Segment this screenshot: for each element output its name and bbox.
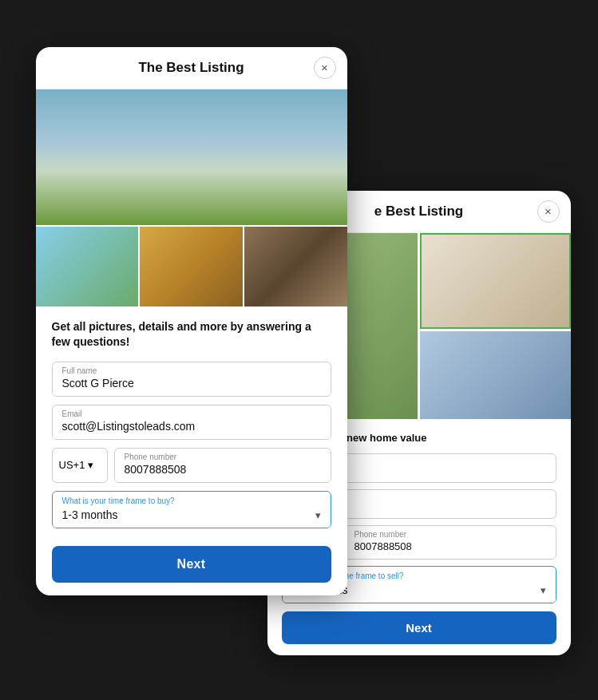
sky-bg <box>36 89 347 225</box>
full-name-field: Full name <box>52 362 331 397</box>
email-group: Email <box>52 405 331 440</box>
timeframe-group: What is your time frame to buy? 1-3 mont… <box>52 491 331 528</box>
next-button[interactable]: Next <box>52 546 331 583</box>
front-card-header: The Best Listing × <box>36 47 347 89</box>
phone-label: Phone number <box>115 449 331 461</box>
email-input[interactable] <box>53 418 331 439</box>
back-image-2 <box>420 233 571 329</box>
main-house-image <box>36 89 347 225</box>
email-field: Email <box>52 405 331 440</box>
country-chevron-icon: ▾ <box>88 459 93 471</box>
front-close-button[interactable]: × <box>314 57 336 79</box>
front-card: The Best Listing × Get all pictures, det… <box>36 47 347 595</box>
timeframe-select[interactable]: 1-3 months 3-6 months 6-12 months 12+ mo… <box>53 507 331 528</box>
full-name-label: Full name <box>53 362 331 375</box>
promo-text: Get all pictures, details and more by an… <box>52 319 331 350</box>
back-phone-input[interactable] <box>345 539 556 559</box>
country-select[interactable]: US+1 ▾ <box>52 448 108 483</box>
back-close-button[interactable]: × <box>537 200 560 223</box>
scene: e Best Listing × llow for your new home … <box>20 23 579 678</box>
sub-image-2 <box>140 227 243 306</box>
front-card-body: Get all pictures, details and more by an… <box>36 306 347 595</box>
email-label: Email <box>53 405 331 418</box>
sub-image-1 <box>36 227 139 306</box>
phone-row: US+1 ▾ Phone number <box>52 448 331 483</box>
phone-field: Phone number <box>114 448 331 483</box>
full-name-group: Full name <box>52 362 331 397</box>
back-image-3 <box>420 331 571 419</box>
country-code-label: US+1 <box>59 459 85 471</box>
sub-image-3 <box>244 227 347 306</box>
image-grid <box>36 89 347 306</box>
front-card-title: The Best Listing <box>138 60 244 76</box>
timeframe-label: What is your time frame to buy? <box>53 492 331 505</box>
back-phone-label: Phone number <box>345 526 556 539</box>
back-next-button[interactable]: Next <box>282 611 556 644</box>
back-card-title: e Best Listing <box>374 204 463 219</box>
full-name-input[interactable] <box>53 375 331 396</box>
phone-input[interactable] <box>115 461 331 482</box>
back-phone-field: Phone number <box>344 525 556 560</box>
